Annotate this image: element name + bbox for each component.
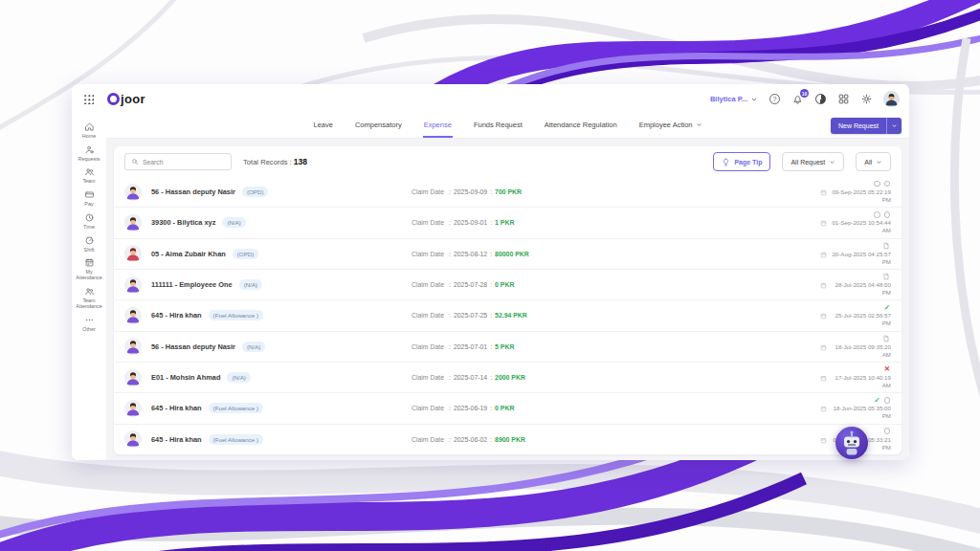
status-circle-icon[interactable] bbox=[884, 211, 891, 218]
status-circle-icon[interactable] bbox=[874, 181, 880, 187]
tab-label: Employee Action bbox=[639, 121, 693, 129]
new-request-caret-icon[interactable] bbox=[886, 118, 902, 134]
claim-info: Claim Date : 2025-06-02 : 8900 PKR bbox=[412, 436, 803, 443]
logo-ring-icon bbox=[107, 93, 120, 105]
apps-grid-icon[interactable] bbox=[83, 94, 94, 104]
claim-info: Claim Date : 2025-06-19 : 0 PKR bbox=[412, 405, 803, 411]
status-icons: ✓ bbox=[884, 303, 890, 311]
tab-employee-action[interactable]: Employee Action bbox=[638, 114, 703, 138]
employee-name: 56 - Hassan deputy Nasir bbox=[151, 342, 235, 351]
employee-avatar bbox=[124, 214, 142, 231]
employee-avatar bbox=[124, 276, 142, 294]
page-tip-button[interactable]: Page Tip bbox=[713, 152, 770, 171]
chevron-down-icon bbox=[750, 96, 758, 103]
document-icon[interactable] bbox=[882, 242, 890, 250]
sidebar-item-label: Shift bbox=[84, 247, 95, 253]
new-request-button[interactable]: New Request bbox=[831, 118, 902, 134]
timestamp-text: 18-Jun-2025 05:35:00PM bbox=[830, 405, 891, 420]
side-nav: Home Requests Team Pay Time Shift My Att… bbox=[72, 114, 106, 460]
user-avatar[interactable] bbox=[883, 91, 900, 107]
ojoor-logo: joor bbox=[107, 92, 145, 106]
help-icon[interactable]: ? bbox=[768, 93, 781, 105]
submission-timestamp: 18-Jul-2025 09:35:20AM bbox=[820, 343, 891, 359]
scope-filter-dropdown[interactable]: All bbox=[856, 152, 891, 171]
claim-info: Claim Date : 2025-07-25 : 52.94 PKR bbox=[412, 312, 803, 319]
status-icons: ✕ bbox=[884, 365, 890, 373]
status-circle-icon[interactable] bbox=[884, 181, 891, 187]
claim-date-label: Claim Date bbox=[412, 436, 444, 443]
record-row[interactable]: 645 - Hira khan (Fuel Allowance ) Claim … bbox=[114, 392, 902, 423]
apps-squares-icon[interactable] bbox=[837, 93, 850, 105]
sidebar-item-label: Other bbox=[82, 326, 95, 332]
sidebar-item-home[interactable]: Home bbox=[72, 121, 106, 140]
status-circle-icon[interactable] bbox=[884, 397, 891, 404]
sidebar-item-shift[interactable]: Shift bbox=[72, 234, 106, 253]
record-row[interactable]: 645 - Hira khan (Fuel Allowance ) Claim … bbox=[114, 424, 902, 454]
claim-date-label: Claim Date bbox=[412, 374, 444, 381]
sidebar-item-other[interactable]: Other bbox=[72, 314, 106, 333]
claim-date-label: Claim Date bbox=[412, 188, 444, 195]
records-card: Total Records : 138 Page Tip All Request bbox=[114, 146, 902, 454]
check-icon[interactable]: ✓ bbox=[874, 397, 880, 405]
check-icon[interactable]: ✓ bbox=[884, 304, 890, 312]
status-circle-icon[interactable] bbox=[874, 211, 880, 218]
tab-funds-request[interactable]: Funds Request bbox=[473, 114, 523, 138]
record-row[interactable]: 39300 - Bilytica xyz (N/A) Claim Date : … bbox=[114, 207, 902, 237]
settings-gear-icon[interactable] bbox=[860, 93, 873, 105]
sidebar-item-team[interactable]: Team bbox=[72, 165, 106, 185]
claim-amount: 0 PKR bbox=[495, 405, 514, 411]
other-icon bbox=[84, 315, 95, 325]
search-input[interactable] bbox=[143, 159, 225, 165]
employee-name: 39300 - Bilytica xyz bbox=[151, 218, 215, 227]
claim-date-label: Claim Date bbox=[412, 312, 444, 319]
sidebar-item-time[interactable]: Time bbox=[72, 211, 106, 231]
sidebar-item-requests[interactable]: Requests bbox=[72, 143, 106, 163]
sidebar-item-label: Time bbox=[83, 224, 95, 230]
claim-info: Claim Date : 2025-09-01 : 1 PKR bbox=[412, 219, 803, 226]
record-row[interactable]: 05 - Aima Zubair Khan (OPD) Claim Date :… bbox=[114, 238, 902, 269]
sidebar-item-team-attendance[interactable]: Team Attendance bbox=[72, 285, 106, 310]
tab-attendance-regulation[interactable]: Attendance Regulation bbox=[544, 114, 618, 138]
theme-contrast-icon[interactable] bbox=[814, 93, 827, 105]
status-icons bbox=[882, 273, 890, 280]
tab-compensatory[interactable]: Compensatory bbox=[354, 114, 403, 138]
claim-amount: 700 PKR bbox=[495, 188, 522, 195]
sidebar-item-label: Team Attendance bbox=[73, 298, 105, 309]
claim-date-value: 2025-09-01 bbox=[454, 219, 487, 226]
claim-date-label: Claim Date bbox=[412, 281, 444, 288]
submission-timestamp: 28-Jul-2025 04:48:00PM bbox=[820, 281, 891, 297]
team-attendance-icon bbox=[84, 286, 95, 297]
x-icon[interactable]: ✕ bbox=[884, 365, 890, 373]
calendar-icon bbox=[820, 188, 827, 196]
tab-leave[interactable]: Leave bbox=[312, 114, 333, 138]
requests-icon bbox=[84, 144, 95, 155]
home-icon bbox=[84, 121, 95, 132]
tab-expense[interactable]: Expense bbox=[423, 114, 453, 138]
timestamp-text: 01-Sep-2025 10:54:44AM bbox=[830, 219, 891, 234]
record-row[interactable]: 56 - Hassan deputy Nasir (N/A) Claim Dat… bbox=[114, 331, 902, 362]
notifications-bell-icon[interactable]: 10 bbox=[791, 93, 804, 105]
claim-amount: 5 PKR bbox=[495, 343, 514, 350]
record-row[interactable]: E01 - Mohsin Ahmad (N/A) Claim Date : 20… bbox=[114, 362, 902, 392]
record-row[interactable]: 111111 - Employeee One (N/A) Claim Date … bbox=[114, 269, 902, 299]
sidebar-item-label: My Attendance bbox=[73, 269, 105, 280]
record-row[interactable]: 645 - Hira khan (Fuel Allowance ) Claim … bbox=[114, 299, 902, 330]
user-menu[interactable]: Bilytica P... bbox=[710, 95, 758, 103]
claim-date-value: 2025-07-01 bbox=[454, 343, 487, 350]
chat-bot-button[interactable] bbox=[835, 426, 869, 460]
sidebar-item-label: Team bbox=[82, 178, 95, 184]
calendar-icon bbox=[820, 251, 827, 258]
document-icon[interactable] bbox=[882, 335, 890, 342]
sidebar-item-pay[interactable]: Pay bbox=[72, 188, 106, 208]
tab-label: Funds Request bbox=[474, 121, 523, 129]
record-row[interactable]: 56 - Hassan deputy Nasir (OPD) Claim Dat… bbox=[114, 177, 902, 207]
status-circle-icon[interactable] bbox=[884, 428, 891, 434]
claim-date-value: 2025-09-09 bbox=[454, 188, 487, 195]
claim-amount: 80000 PKR bbox=[495, 251, 529, 257]
document-icon[interactable] bbox=[882, 273, 890, 280]
claim-date-value: 2025-06-19 bbox=[454, 405, 487, 411]
user-name: Bilytica P... bbox=[710, 95, 747, 103]
request-filter-dropdown[interactable]: All Request bbox=[782, 152, 844, 171]
sidebar-item-my-attendance[interactable]: My Attendance bbox=[72, 256, 106, 281]
logo-text: joor bbox=[121, 92, 145, 106]
